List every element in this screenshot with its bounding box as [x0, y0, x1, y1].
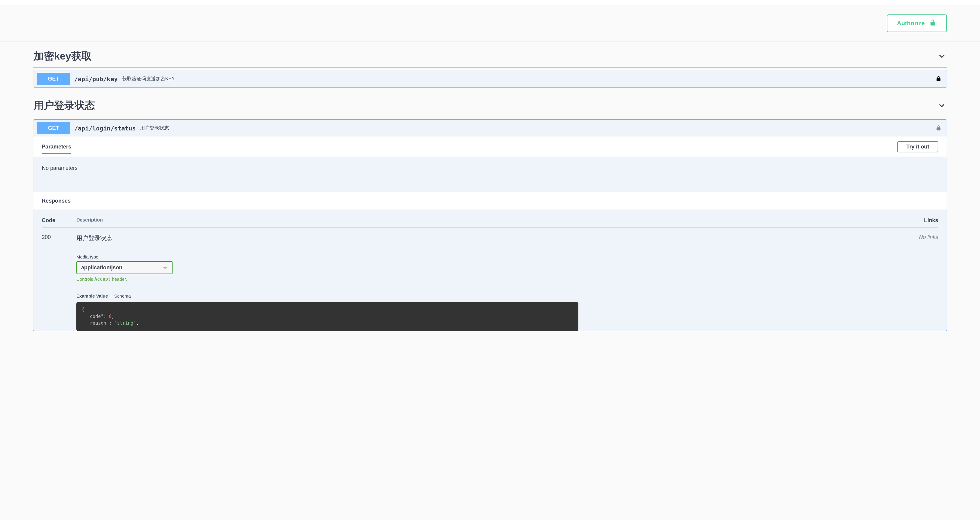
chevron-down-icon	[162, 265, 168, 270]
responses-header: Responses	[33, 192, 947, 210]
hint-header-name: Accept	[94, 277, 111, 282]
lock-icon[interactable]	[935, 75, 942, 83]
example-code-block[interactable]: { "code": 0, "reason": "string",	[76, 302, 578, 331]
window-top-strip	[0, 0, 980, 5]
tab-schema[interactable]: Schema	[114, 293, 131, 299]
response-description-block: 用户登录状态 Media type application/json Contr…	[76, 234, 902, 331]
hint-prefix: Controls	[76, 277, 94, 281]
accept-hint: Controls Accept header.	[76, 277, 902, 282]
tab-example-value[interactable]: Example Value	[76, 293, 108, 299]
op-body: Parameters Try it out No parameters Resp…	[33, 137, 947, 331]
op-summary[interactable]: GET /api/pub/key 获取验证码发送加密KEY	[33, 70, 947, 87]
tag-header-login-status[interactable]: 用户登录状态	[33, 91, 947, 117]
op-get-login-status: GET /api/login/status 用户登录状态 Parameters …	[33, 119, 947, 331]
response-links: No links	[902, 234, 938, 331]
method-badge: GET	[37, 122, 70, 134]
authorize-label: Authorize	[897, 20, 925, 27]
lock-open-icon	[929, 19, 937, 28]
op-path: /api/login/status	[74, 125, 136, 132]
auth-bar: Authorize	[0, 5, 980, 41]
json-val-code: 0	[109, 314, 111, 319]
op-summary[interactable]: GET /api/login/status 用户登录状态	[33, 119, 947, 137]
parameters-header: Parameters Try it out	[33, 137, 947, 157]
col-links-header: Links	[902, 217, 938, 224]
tag-title: 用户登录状态	[34, 99, 95, 113]
op-summary-desc: 用户登录状态	[140, 125, 169, 131]
schema-tabs: Example Value Schema	[76, 293, 902, 299]
tag-header-key[interactable]: 加密key获取	[33, 41, 947, 68]
responses-table: Code Description Links 200 用户登录状态 Media …	[33, 210, 947, 331]
try-it-out-button[interactable]: Try it out	[897, 141, 938, 153]
response-code: 200	[42, 234, 76, 331]
parameters-tab[interactable]: Parameters	[42, 144, 71, 150]
chevron-down-icon	[937, 52, 946, 61]
op-path: /api/pub/key	[74, 75, 118, 83]
json-key-reason: "reason"	[87, 320, 109, 326]
response-description: 用户登录状态	[76, 234, 902, 242]
responses-title: Responses	[42, 198, 938, 204]
op-summary-desc: 获取验证码发送加密KEY	[122, 76, 175, 82]
json-key-code: "code"	[87, 314, 103, 319]
lock-open-icon[interactable]	[935, 124, 942, 132]
chevron-down-icon	[937, 101, 946, 110]
no-parameters-text: No parameters	[42, 165, 78, 171]
json-brace: {	[82, 307, 84, 312]
media-type-select[interactable]: application/json	[76, 261, 173, 274]
method-badge: GET	[37, 73, 70, 85]
media-type-label: Media type	[76, 254, 902, 259]
authorize-button[interactable]: Authorize	[887, 14, 947, 32]
media-type-value: application/json	[81, 264, 123, 271]
parameters-area: No parameters	[33, 157, 947, 192]
responses-row-head: Code Description Links	[42, 217, 938, 227]
content: 加密key获取 GET /api/pub/key 获取验证码发送加密KEY 用户…	[0, 41, 980, 343]
response-row-200: 200 用户登录状态 Media type application/json C…	[42, 227, 938, 331]
col-desc-header: Description	[76, 217, 902, 224]
tag-title: 加密key获取	[34, 49, 92, 63]
hint-suffix: header.	[111, 277, 127, 281]
col-code-header: Code	[42, 217, 76, 224]
json-val-reason: "string"	[114, 320, 136, 326]
op-get-pub-key: GET /api/pub/key 获取验证码发送加密KEY	[33, 70, 947, 88]
